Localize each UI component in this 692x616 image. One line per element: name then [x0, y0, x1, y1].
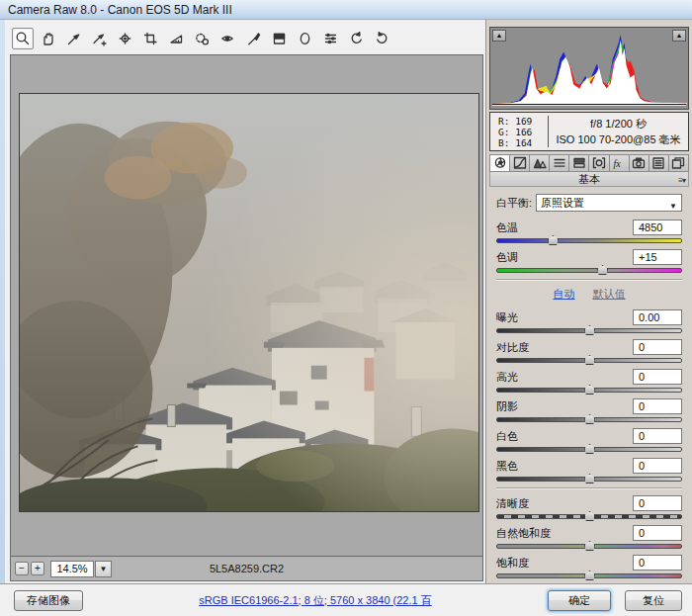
blacks-thumb[interactable] — [584, 474, 595, 484]
exposure-track[interactable] — [496, 328, 682, 333]
clarity-value-input[interactable]: 0 — [633, 495, 682, 511]
histogram-baseline — [492, 104, 686, 106]
shadows-value-input[interactable]: 0 — [633, 398, 682, 414]
exif-info-box: R: 169 G: 166 B: 164 f/8 1/200 秒 ISO 100… — [489, 112, 689, 151]
panel-menu-icon[interactable]: ≡▾ — [678, 174, 685, 188]
hand-tool[interactable] — [38, 28, 59, 49]
clarity-thumb[interactable] — [584, 511, 595, 521]
temperature-value-input[interactable]: 4850 — [633, 220, 682, 235]
temperature-track[interactable] — [496, 238, 682, 243]
graduated-filter-tool[interactable] — [269, 28, 291, 49]
tab-detail[interactable] — [530, 154, 550, 172]
vibrance-track[interactable] — [496, 544, 682, 549]
clarity-track[interactable] — [496, 514, 682, 519]
exposure-thumb[interactable] — [584, 325, 595, 335]
contrast-value-input[interactable]: 0 — [633, 339, 682, 355]
rgb-b: B: 164 — [498, 137, 548, 148]
auto-link[interactable]: 自动 — [554, 287, 575, 302]
preview-area[interactable] — [10, 54, 483, 557]
tone-sliders: 曝光0.00对比度0高光0阴影0白色0黑色0 — [496, 309, 682, 482]
rotate-left-tool[interactable] — [346, 28, 368, 49]
default-link[interactable]: 默认值 — [593, 287, 626, 302]
highlights-thumb[interactable] — [584, 385, 595, 395]
toolbar — [12, 26, 393, 51]
tab-tone-curve[interactable] — [510, 154, 530, 172]
spot-removal-tool[interactable] — [192, 28, 214, 49]
slider-temperature: 色温4850 — [496, 220, 682, 243]
saturation-value-input[interactable]: 0 — [633, 555, 682, 571]
chevron-down-icon: ▼ — [669, 199, 677, 215]
slider-shadows: 阴影0 — [496, 398, 682, 422]
adjustments-panel: ▲ ▲ R: 169 G: 166 B: 164 f/8 1/200 秒 ISO… — [485, 20, 692, 583]
slider-saturation: 饱和度0 — [496, 555, 682, 578]
panel-header: 基本 ≡▾ — [489, 172, 689, 187]
saturation-track[interactable] — [496, 573, 682, 578]
rgb-r: R: 169 — [498, 116, 548, 127]
shadows-thumb[interactable] — [584, 414, 595, 424]
tab-split-toning[interactable] — [569, 154, 589, 172]
highlights-value-input[interactable]: 0 — [633, 369, 682, 385]
vibrance-value-input[interactable]: 0 — [633, 525, 682, 541]
tab-snapshots[interactable] — [669, 154, 689, 172]
tint-thumb[interactable] — [597, 265, 608, 275]
exif-line-1: f/8 1/200 秒 — [590, 116, 647, 132]
whites-track[interactable] — [496, 447, 682, 452]
histogram: ▲ ▲ — [489, 27, 689, 110]
window-titlebar[interactable]: Camera Raw 8.0 - Canon EOS 5D Mark III — [0, 0, 692, 20]
divider — [496, 487, 682, 489]
whites-value-input[interactable]: 0 — [633, 428, 682, 444]
saturation-label: 饱和度 — [496, 556, 529, 571]
whites-thumb[interactable] — [584, 444, 595, 454]
tint-value-input[interactable]: +15 — [633, 249, 682, 265]
temperature-thumb[interactable] — [548, 235, 559, 245]
save-image-button[interactable]: 存储图像 — [14, 590, 83, 611]
blacks-value-input[interactable]: 0 — [633, 458, 682, 474]
targeted-adjustment-tool[interactable] — [115, 28, 136, 49]
zoom-tool[interactable] — [12, 28, 34, 49]
ok-button[interactable]: 确定 — [548, 590, 611, 611]
svg-text:fx: fx — [614, 158, 622, 169]
contrast-thumb[interactable] — [584, 355, 595, 365]
temperature-label: 色温 — [496, 220, 518, 235]
contrast-track[interactable] — [496, 358, 682, 363]
tab-presets[interactable] — [649, 154, 669, 172]
white-balance-label: 白平衡: — [496, 196, 532, 211]
slider-exposure: 曝光0.00 — [496, 309, 682, 333]
white-balance-tool[interactable] — [63, 28, 85, 49]
adjustment-brush-tool[interactable] — [243, 28, 265, 49]
workflow-options-link[interactable]: sRGB IEC61966-2.1; 8 位; 5760 x 3840 (22.… — [83, 593, 548, 608]
slider-tint: 色调+15 — [496, 249, 682, 273]
window-left-border — [0, 20, 5, 616]
slider-whites: 白色0 — [496, 428, 682, 452]
highlights-track[interactable] — [496, 388, 682, 393]
straighten-tool[interactable] — [166, 28, 188, 49]
reset-button[interactable]: 复位 — [625, 590, 682, 611]
window-title: Camera Raw 8.0 - Canon EOS 5D Mark III — [8, 3, 232, 17]
rotate-right-tool[interactable] — [372, 28, 393, 49]
contrast-label: 对比度 — [496, 340, 529, 355]
preview-status-bar: − + 14.5% ▼ 5L5A8259.CR2 — [10, 557, 483, 581]
tab-effects[interactable]: fx — [610, 154, 630, 172]
white-balance-select[interactable]: 原照设置 ▼ — [536, 194, 682, 212]
slider-highlights: 高光0 — [496, 369, 682, 393]
color-sampler-tool[interactable] — [89, 28, 111, 49]
saturation-thumb[interactable] — [584, 571, 595, 580]
tab-camera-calibration[interactable] — [630, 154, 649, 172]
shadows-track[interactable] — [496, 417, 682, 422]
red-eye-tool[interactable] — [217, 28, 239, 49]
slider-contrast: 对比度0 — [496, 339, 682, 363]
vibrance-thumb[interactable] — [584, 541, 595, 551]
tab-lens-corrections[interactable] — [589, 154, 609, 172]
rgb-readout: R: 169 G: 166 B: 164 — [490, 113, 548, 150]
exposure-readout: f/8 1/200 秒 ISO 100 70-200@85 毫米 — [549, 113, 688, 150]
crop-tool[interactable] — [140, 28, 162, 49]
preferences-tool[interactable] — [320, 28, 342, 49]
photo-preview[interactable] — [19, 93, 479, 512]
radial-filter-tool[interactable] — [295, 28, 316, 49]
tab-hsl-grayscale[interactable] — [550, 154, 569, 172]
tint-track[interactable] — [496, 268, 682, 273]
exposure-value-input[interactable]: 0.00 — [633, 309, 682, 325]
basic-panel-content: 白平衡: 原照设置 ▼ 色温4850色调+15 自动 默认值 曝光0.00对比度… — [489, 187, 689, 583]
blacks-track[interactable] — [496, 477, 682, 482]
tab-basic[interactable] — [489, 154, 510, 172]
